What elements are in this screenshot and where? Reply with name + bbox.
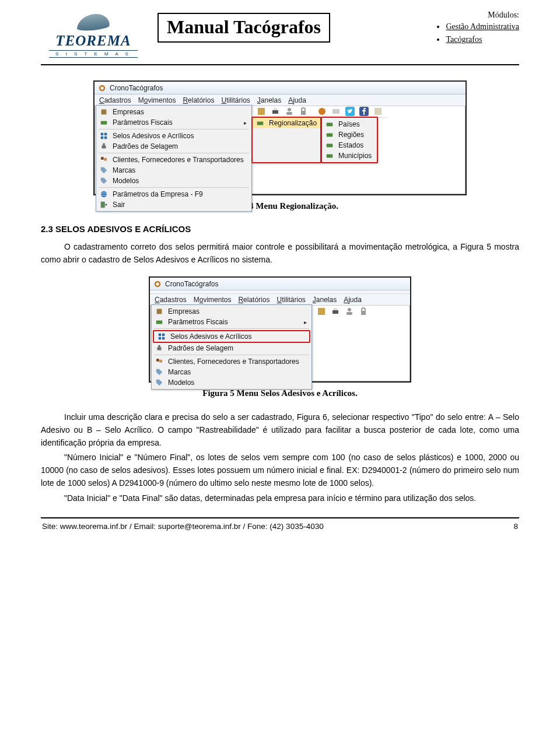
user-gray-icon[interactable] <box>285 107 294 116</box>
module-item: Tacógrafos <box>446 35 519 44</box>
menu-janelas[interactable]: Janelas <box>313 296 337 304</box>
svg-rect-38 <box>162 337 164 339</box>
window-titlebar: CronoTacógrafos <box>94 82 466 94</box>
menu-item-parametros-empresa[interactable]: Parâmetros da Empresa - F9 <box>96 189 251 199</box>
lock-gray-icon[interactable] <box>299 107 308 116</box>
menu-utilitarios[interactable]: Utilitários <box>276 296 305 304</box>
modules-block: Módulos: Gestão Administrativa Tacógrafo… <box>434 10 519 48</box>
chevron-right-icon: ▸ <box>304 319 307 325</box>
stamp-icon <box>100 142 108 150</box>
dropdown-cadastros: Empresas Parâmetros Fiscais▸ Selos Adesi… <box>96 105 252 212</box>
menu-item-selos[interactable]: Selos Adesivos e Acrílicos <box>153 330 310 343</box>
body-paragraph-2: "Número Inicial" e "Número Final", os lo… <box>41 451 519 489</box>
svg-point-1 <box>100 86 103 89</box>
menu-item-sair[interactable]: Sair <box>96 199 251 210</box>
toolbar-icon[interactable] <box>257 107 266 116</box>
svg-rect-35 <box>159 334 161 336</box>
menu-item-municipios[interactable]: Municípios <box>322 150 377 161</box>
svg-rect-27 <box>327 122 333 126</box>
menu-utilitarios[interactable]: Utilitários <box>221 96 250 104</box>
menu-item-clientes[interactable]: Clientes, Fornecedores e Transportadores <box>152 356 312 367</box>
card-icon <box>326 131 334 139</box>
menu-relatorios[interactable]: Relatórios <box>238 296 270 304</box>
menu-item-regionalizacao[interactable]: Regionalização ▸ <box>253 118 320 128</box>
menu-movimentos[interactable]: Movimentos <box>138 96 176 104</box>
module-item: Gestão Administrativa <box>446 22 519 31</box>
printer-icon[interactable] <box>331 307 340 316</box>
menu-item-parametros-fiscais[interactable]: Parâmetros Fiscais▸ <box>152 317 312 327</box>
svg-point-42 <box>159 360 162 363</box>
svg-rect-4 <box>101 133 103 135</box>
body-paragraph-3: "Data Inicial" e "Data Final" são datas,… <box>41 492 519 505</box>
grid-icon <box>158 332 166 341</box>
svg-rect-29 <box>327 143 333 147</box>
menu-item-empresas[interactable]: Empresas <box>152 306 312 317</box>
page-number: 8 <box>513 522 518 531</box>
svg-point-12 <box>101 191 107 198</box>
menu-item-marcas[interactable]: Marcas <box>152 367 312 377</box>
screenshot-figure-4: CronoTacógrafos Cadastros Movimentos Rel… <box>93 80 467 195</box>
menu-ajuda[interactable]: Ajuda <box>288 96 306 104</box>
card-icon <box>155 318 163 326</box>
svg-rect-3 <box>101 121 107 124</box>
svg-point-41 <box>156 359 159 362</box>
facebook-icon[interactable] <box>359 107 369 116</box>
building-icon <box>100 108 108 116</box>
menu-ajuda[interactable]: Ajuda <box>344 296 362 304</box>
stamp-icon <box>155 344 163 352</box>
window-title: CronoTacógrafos <box>110 84 163 92</box>
menu-item-clientes[interactable]: Clientes, Fornecedores e Transportadores <box>96 155 251 165</box>
user-gray-icon[interactable] <box>345 307 354 316</box>
toolbar <box>252 105 387 118</box>
card-icon <box>326 141 334 149</box>
toolbar-icon[interactable] <box>317 307 326 316</box>
menu-item-modelos[interactable]: Modelos <box>152 377 312 388</box>
svg-rect-47 <box>346 312 352 315</box>
menu-item-parametros-fiscais[interactable]: Parâmetros Fiscais▸ <box>96 117 251 128</box>
company-logo: TEOREMA S I S T E M A S <box>41 10 146 58</box>
menu-item-paises[interactable]: Países <box>322 119 377 129</box>
svg-rect-9 <box>103 143 105 146</box>
svg-rect-48 <box>361 311 366 315</box>
svg-rect-6 <box>101 136 103 139</box>
menu-cadastros[interactable]: Cadastros <box>155 296 187 304</box>
svg-rect-15 <box>258 108 265 115</box>
svg-point-46 <box>348 308 351 311</box>
dropdown-cadastros: Empresas Parâmetros Fiscais▸ Selos Adesi… <box>151 304 312 390</box>
svg-rect-28 <box>327 133 333 136</box>
svg-point-18 <box>288 108 291 111</box>
people-icon <box>155 358 163 366</box>
svg-rect-8 <box>102 145 106 148</box>
modules-label: Módulos: <box>434 10 519 20</box>
toolbar-icon[interactable] <box>317 107 327 116</box>
logo-subtext: S I S T E M A S <box>49 50 138 58</box>
app-icon <box>153 280 162 288</box>
menu-item-estados[interactable]: Estados <box>322 140 377 150</box>
menu-movimentos[interactable]: Movimentos <box>194 296 232 304</box>
logo-text: TEOREMA <box>41 33 146 49</box>
menu-item-selos[interactable]: Selos Adesivos e Acrílicos <box>96 131 251 141</box>
toolbar-icon[interactable] <box>373 107 383 116</box>
toolbar-icon[interactable] <box>331 107 341 116</box>
svg-rect-16 <box>272 110 278 114</box>
printer-icon[interactable] <box>271 107 280 116</box>
window-titlebar: CronoTacógrafos <box>150 278 410 290</box>
menu-bar: Cadastros Movimentos Relatórios Utilitár… <box>94 94 466 106</box>
menu-cadastros[interactable]: Cadastros <box>99 96 131 104</box>
lock-gray-icon[interactable] <box>359 307 368 316</box>
menu-item-padroes-selagem[interactable]: Padrões de Selagem <box>96 141 251 152</box>
globe-icon <box>100 190 108 198</box>
exit-icon <box>100 201 108 209</box>
menu-item-empresas[interactable]: Empresas <box>96 107 251 117</box>
svg-rect-19 <box>286 112 292 115</box>
menu-item-padroes-selagem[interactable]: Padrões de Selagem <box>152 343 312 353</box>
chevron-right-icon: ▸ <box>244 120 247 126</box>
app-icon <box>98 84 106 92</box>
menu-item-regioes[interactable]: Regiões <box>322 129 377 140</box>
menu-relatorios[interactable]: Relatórios <box>183 96 214 104</box>
menu-janelas[interactable]: Janelas <box>257 96 281 104</box>
svg-rect-20 <box>301 111 306 115</box>
menu-item-marcas[interactable]: Marcas <box>96 165 251 176</box>
twitter-icon[interactable] <box>345 107 355 116</box>
menu-item-modelos[interactable]: Modelos <box>96 176 251 186</box>
